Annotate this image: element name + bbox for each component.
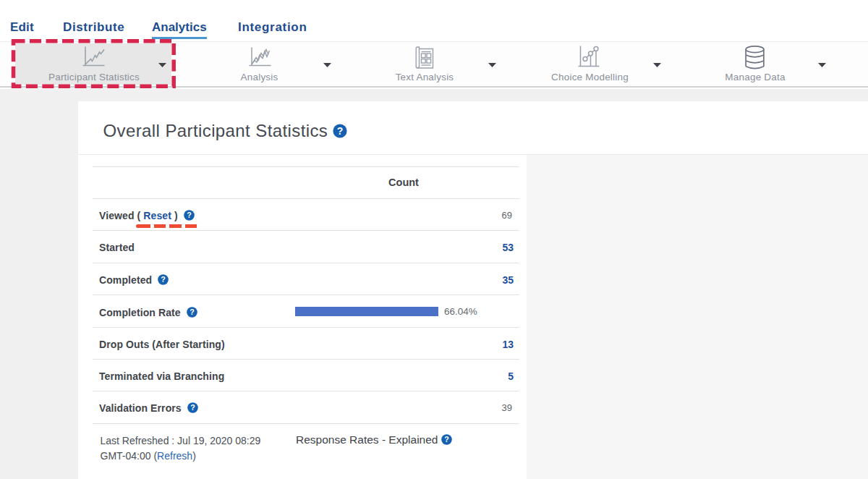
svg-text:?: ? [161,275,166,284]
svg-text:?: ? [187,211,192,219]
svg-text:?: ? [190,308,195,317]
svg-text:?: ? [190,404,195,412]
svg-text:?: ? [444,435,449,444]
svg-text:?: ? [337,125,344,137]
